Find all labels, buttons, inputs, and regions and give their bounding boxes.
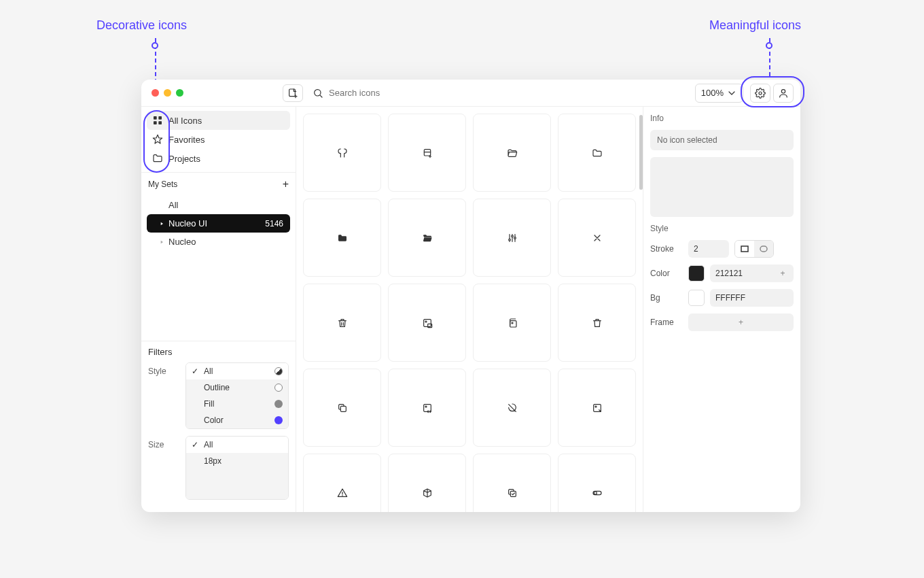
stroke-value-input[interactable]: 2	[688, 240, 729, 258]
zoom-select[interactable]: 100%	[695, 84, 743, 103]
icon-cell[interactable]	[473, 114, 551, 192]
chevron-down-icon	[726, 88, 737, 99]
maximize-window-button[interactable]	[176, 89, 183, 97]
close-icon	[592, 233, 603, 243]
sidebar-item-projects[interactable]: Projects	[147, 149, 290, 168]
copy-check-icon	[507, 488, 518, 498]
icon-cell[interactable]	[388, 199, 466, 277]
set-label: All	[168, 200, 178, 210]
svg-point-19	[425, 406, 427, 407]
plus-icon: +	[736, 318, 747, 327]
set-item-all[interactable]: All	[147, 196, 290, 214]
svg-rect-26	[760, 246, 767, 252]
svg-rect-25	[741, 246, 748, 252]
folder-open-outline-icon	[507, 148, 518, 158]
wrench-icon	[337, 148, 348, 158]
filter-option-outline[interactable]: Outline	[186, 379, 288, 396]
icon-cell[interactable]	[388, 454, 466, 512]
icon-cell[interactable]	[303, 114, 381, 192]
connector-dot	[766, 42, 772, 49]
icon-cell[interactable]	[558, 199, 636, 277]
color-chip[interactable]	[688, 265, 705, 282]
svg-point-13	[425, 321, 427, 322]
my-sets-heading: My Sets +	[141, 172, 296, 196]
filter-option-fill[interactable]: Fill	[186, 396, 288, 412]
add-set-button[interactable]: +	[283, 178, 289, 190]
icon-cell[interactable]	[558, 454, 636, 512]
image-pop-icon	[422, 318, 433, 328]
svg-point-11	[514, 237, 516, 239]
svg-rect-15	[510, 320, 516, 326]
icon-cell[interactable]	[558, 369, 636, 447]
icon-cell[interactable]	[558, 284, 636, 362]
icon-cell[interactable]	[303, 199, 381, 277]
icon-cell[interactable]	[388, 369, 466, 447]
add-frame-button[interactable]: +	[688, 313, 794, 331]
database-add-icon	[422, 148, 433, 158]
stroke-cap-round[interactable]	[754, 241, 773, 257]
stroke-cap-square[interactable]	[735, 241, 754, 257]
add-color-button[interactable]: +	[777, 269, 788, 278]
filters-panel: Filters Style ✓ All Outline	[141, 341, 296, 512]
toolbar: 100%	[141, 80, 800, 107]
filter-option-label: Outline	[204, 383, 230, 392]
minimize-window-button[interactable]	[164, 89, 171, 97]
sidebar-item-all-icons[interactable]: All Icons	[147, 111, 290, 130]
filter-size-option-all[interactable]: ✓ All	[186, 437, 288, 453]
sidebar-item-favorites[interactable]: Favorites	[147, 130, 290, 149]
bg-label: Bg	[650, 293, 683, 303]
filter-style-label: Style	[148, 362, 185, 376]
icon-cell[interactable]	[473, 454, 551, 512]
icon-cell[interactable]	[388, 284, 466, 362]
caret-right-icon	[159, 221, 164, 226]
svg-rect-12	[423, 319, 431, 326]
icon-cell[interactable]	[303, 369, 381, 447]
pill-icon	[592, 488, 603, 498]
icon-preview	[650, 157, 794, 217]
import-button[interactable]	[283, 84, 303, 102]
filter-size-options: ✓ All 18px	[185, 436, 289, 500]
folder-icon	[152, 153, 163, 164]
icon-cell[interactable]	[473, 369, 551, 447]
icon-cell[interactable]	[303, 284, 381, 362]
gear-icon	[755, 88, 766, 99]
color-label: Color	[650, 269, 683, 278]
svg-point-1	[315, 89, 321, 95]
icon-grid-area[interactable]	[296, 107, 643, 512]
swatch-color-icon	[274, 416, 283, 424]
scrollbar[interactable]	[639, 115, 643, 190]
set-item-nucleo-ui[interactable]: Nucleo UI 5146	[147, 214, 290, 233]
icon-cell[interactable]	[473, 284, 551, 362]
svg-point-3	[781, 89, 785, 92]
settings-button[interactable]	[750, 84, 770, 103]
set-item-nucleo[interactable]: Nucleo	[147, 233, 290, 251]
search-input[interactable]	[329, 88, 690, 98]
filter-option-all[interactable]: ✓ All	[186, 363, 288, 379]
account-button[interactable]	[773, 84, 794, 103]
bg-value-input[interactable]: FFFFFF	[710, 289, 794, 307]
swatch-fill-icon	[274, 400, 283, 408]
svg-rect-4	[154, 116, 157, 120]
filter-option-color[interactable]: Color	[186, 412, 288, 428]
icon-cell[interactable]	[473, 199, 551, 277]
info-heading: Info	[650, 114, 794, 123]
bg-chip[interactable]	[688, 290, 705, 306]
search-field[interactable]	[307, 88, 695, 99]
my-sets-label: My Sets	[148, 180, 177, 189]
color-value-input[interactable]: 212121 +	[710, 265, 794, 282]
close-window-button[interactable]	[152, 89, 159, 97]
sidebar-item-label: Favorites	[168, 135, 205, 145]
icon-cell[interactable]	[388, 114, 466, 192]
filter-style-options: ✓ All Outline Fill	[185, 362, 289, 429]
star-icon	[152, 134, 163, 145]
filter-option-label: 18px	[204, 456, 221, 466]
icon-cell[interactable]	[303, 454, 381, 512]
style-heading: Style	[650, 224, 794, 233]
folder-fill-icon	[337, 233, 348, 243]
zoom-value: 100%	[701, 88, 724, 98]
image-front-icon	[507, 318, 518, 328]
folder-open-fill-icon	[422, 233, 433, 243]
icon-cell[interactable]	[558, 114, 636, 192]
cube-icon	[422, 488, 433, 498]
filter-size-option-18px[interactable]: 18px	[186, 453, 288, 469]
